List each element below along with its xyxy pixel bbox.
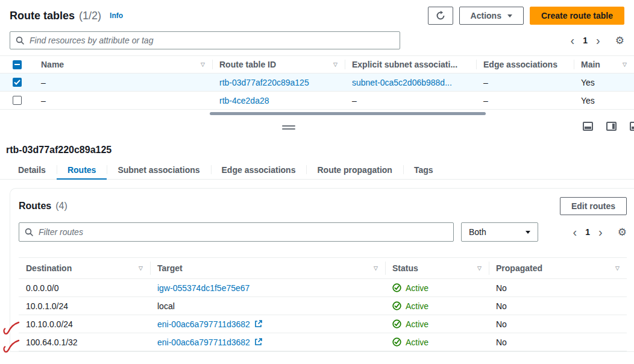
route-destination: 10.10.0.0/24 [26,319,73,329]
routes-table-body: 0.0.0.0/0 igw-055374dc1f5e75e67 Active N… [19,279,627,351]
route-status-label: Active [406,283,428,293]
create-route-table-label: Create route table [541,11,613,20]
split-panel-position-icons [583,122,634,131]
resource-search-input[interactable] [28,35,394,46]
table-row: – rtb-4ce2da28 – – Yes [0,92,634,110]
route-row: 10.0.1.0/24 local Active No [19,297,627,315]
select-all-checkbox[interactable] [13,60,22,69]
previous-page-icon[interactable]: ‹ [565,34,580,46]
cell-main: Yes [574,96,634,105]
next-page-icon[interactable]: › [593,226,608,238]
tab-route-propagation[interactable]: Route propagation [306,160,403,179]
horizontal-scrollbar-thumb[interactable] [210,112,486,115]
route-scope-select[interactable]: Both [461,222,538,242]
status-active-icon [392,301,401,310]
cell-explicit-subnet: – [345,96,476,105]
split-panel-detach-icon[interactable] [630,122,634,131]
handwritten-check-annotation [2,320,20,337]
column-header-edge-associations[interactable]: Edge associations [476,56,574,73]
sort-icon: ▽ [333,61,337,67]
route-target-link[interactable]: eni-00ac6a797711d3682 [157,337,250,347]
route-destination: 10.0.1.0/24 [26,301,68,311]
create-route-table-button[interactable]: Create route table [530,7,624,25]
column-header-main[interactable]: Main ▽ [574,56,634,73]
route-propagated-value: No [496,283,507,293]
refresh-button[interactable] [428,7,453,25]
title-actions: Actions Create route table [428,7,624,25]
tab-details[interactable]: Details [7,160,57,179]
split-panel-side-icon[interactable] [606,122,617,131]
route-table-id-link[interactable]: rtb-03d77af220c89a125 [219,78,309,87]
routes-filter-input[interactable] [37,227,448,237]
subnet-association-link[interactable]: subnet-0ca5c2d06b988d... [352,78,452,87]
route-propagated-value: No [496,319,507,329]
cell-edge-associations: – [476,78,574,87]
route-row: 0.0.0.0/0 igw-055374dc1f5e75e67 Active N… [19,279,627,297]
column-header-propagated[interactable]: Propagated ▽ [489,258,627,278]
sort-icon: ▽ [201,61,205,67]
split-panel-bottom-icon[interactable] [583,122,593,131]
route-propagated-value: No [496,337,507,347]
page-title: Route tables [10,10,75,22]
routes-settings-gear-icon[interactable]: ⚙ [618,227,627,237]
tab-edge-associations[interactable]: Edge associations [211,160,307,179]
title-row: Route tables (1/2) Info Actions Create r… [10,6,624,25]
tab-routes[interactable]: Routes [57,160,107,179]
split-panel-drag-handle[interactable] [282,125,295,130]
tab-tags[interactable]: Tags [403,160,444,179]
indeterminate-mark [14,64,20,65]
current-page-number: 1 [582,227,593,237]
table-row: – rtb-03d77af220c89a125 subnet-0ca5c2d06… [0,74,634,92]
cell-name: – [34,96,212,105]
refresh-icon [436,11,445,20]
sort-icon: ▽ [615,265,620,271]
route-tables-header: Route tables (1/2) Info Actions Create r… [0,0,634,55]
route-status-label: Active [406,337,428,347]
table-settings-gear-icon[interactable]: ⚙ [615,36,624,46]
edit-routes-button[interactable]: Edit routes [560,197,627,215]
table-pagination: ‹ 1 › [565,34,606,46]
current-page-number: 1 [580,36,591,45]
detail-tabs: Details Routes Subnet associations Edge … [0,160,634,180]
cell-name: – [34,78,212,87]
sort-icon: ▽ [477,265,482,271]
external-link-icon[interactable] [254,338,262,346]
route-destination: 0.0.0.0/0 [26,283,59,293]
column-header-status[interactable]: Status ▽ [385,258,489,278]
route-table-id-link[interactable]: rtb-4ce2da28 [219,96,269,105]
routes-table: Destination ▽ Target ▽ Status ▽ Propagat… [19,257,627,351]
row-checkbox-unchecked[interactable] [13,96,22,105]
resource-search-box[interactable] [10,31,400,49]
search-icon [16,36,24,45]
info-link[interactable]: Info [110,11,123,20]
sort-icon: ▽ [623,61,627,67]
column-header-destination[interactable]: Destination ▽ [19,258,150,278]
actions-button[interactable]: Actions [459,7,524,25]
routes-title: Routes [19,201,51,212]
route-status-label: Active [406,319,428,329]
column-header-explicit-subnet[interactable]: Explicit subnet associati... [345,56,476,73]
external-link-icon[interactable] [254,320,262,328]
next-page-icon[interactable]: › [591,34,606,46]
routes-pagination: ‹ 1 › [568,226,608,238]
column-header-route-table-id[interactable]: Route table ID ▽ [212,56,345,73]
routes-panel: Routes (4) Edit routes Both ‹ 1 › ⚙ Dest… [10,188,634,352]
actions-button-label: Actions [471,11,501,20]
column-header-name[interactable]: Name ▽ [34,56,212,73]
selected-route-table-title: rtb-03d77af220c89a125 [6,145,624,155]
route-target-link[interactable]: eni-00ac6a797711d3682 [157,319,250,329]
route-destination: 100.64.0.1/32 [26,337,78,347]
row-checkbox-checked[interactable] [13,78,22,87]
previous-page-icon[interactable]: ‹ [568,226,583,238]
tab-subnet-associations[interactable]: Subnet associations [107,160,210,179]
status-active-icon [392,283,401,292]
route-target-link: local [157,301,175,311]
routes-filter-row: Both ‹ 1 › ⚙ [19,222,627,242]
chevron-down-icon [507,14,512,17]
route-scope-selected-value: Both [469,227,486,237]
route-target-link[interactable]: igw-055374dc1f5e75e67 [157,283,250,293]
column-header-target[interactable]: Target ▽ [150,258,385,278]
check-icon [14,80,20,85]
routes-filter-box[interactable] [19,222,454,242]
page-title-count: (1/2) [79,10,101,22]
